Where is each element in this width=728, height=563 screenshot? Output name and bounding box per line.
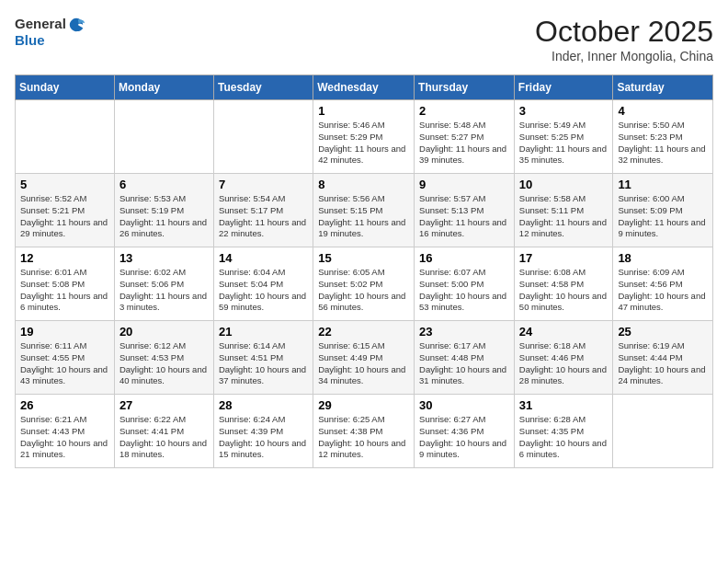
day-info: Sunrise: 6:04 AM Sunset: 5:04 PM Dayligh…	[219, 267, 308, 314]
day-number: 15	[318, 251, 409, 265]
calendar-cell	[613, 395, 713, 468]
day-number: 16	[419, 251, 509, 265]
day-info: Sunrise: 6:17 AM Sunset: 4:48 PM Dayligh…	[419, 340, 509, 387]
day-info: Sunrise: 5:53 AM Sunset: 5:19 PM Dayligh…	[119, 193, 209, 240]
logo: General Blue	[15, 15, 85, 49]
day-info: Sunrise: 6:24 AM Sunset: 4:39 PM Dayligh…	[219, 414, 308, 461]
calendar-table: SundayMondayTuesdayWednesdayThursdayFrid…	[15, 75, 713, 468]
day-number: 2	[419, 104, 509, 118]
day-info: Sunrise: 6:27 AM Sunset: 4:36 PM Dayligh…	[419, 414, 509, 461]
day-number: 8	[318, 178, 409, 191]
calendar-cell: 29Sunrise: 6:25 AM Sunset: 4:38 PM Dayli…	[313, 395, 415, 468]
logo-text: General Blue	[15, 15, 85, 49]
day-number: 18	[618, 251, 708, 265]
day-info: Sunrise: 5:54 AM Sunset: 5:17 PM Dayligh…	[219, 193, 308, 240]
day-info: Sunrise: 6:19 AM Sunset: 4:44 PM Dayligh…	[618, 340, 708, 387]
day-info: Sunrise: 6:05 AM Sunset: 5:02 PM Dayligh…	[318, 267, 409, 314]
day-number: 23	[419, 325, 509, 339]
month-title: October 2025	[535, 15, 713, 49]
weekday-header-friday: Friday	[514, 75, 613, 100]
logo-blue: Blue	[15, 33, 85, 49]
day-info: Sunrise: 6:09 AM Sunset: 4:56 PM Dayligh…	[618, 267, 708, 314]
day-number: 10	[519, 178, 609, 191]
day-number: 27	[119, 398, 209, 412]
day-number: 5	[20, 178, 109, 191]
day-number: 31	[519, 398, 609, 412]
calendar-cell	[16, 100, 115, 174]
week-row-4: 26Sunrise: 6:21 AM Sunset: 4:43 PM Dayli…	[16, 395, 713, 468]
day-number: 14	[219, 251, 308, 265]
calendar-cell: 12Sunrise: 6:01 AM Sunset: 5:08 PM Dayli…	[16, 247, 115, 321]
day-number: 6	[119, 178, 209, 191]
day-info: Sunrise: 6:12 AM Sunset: 4:53 PM Dayligh…	[119, 340, 209, 387]
day-info: Sunrise: 6:21 AM Sunset: 4:43 PM Dayligh…	[20, 414, 109, 461]
calendar-cell: 11Sunrise: 6:00 AM Sunset: 5:09 PM Dayli…	[613, 174, 713, 247]
calendar-cell: 25Sunrise: 6:19 AM Sunset: 4:44 PM Dayli…	[613, 321, 713, 395]
day-info: Sunrise: 5:52 AM Sunset: 5:21 PM Dayligh…	[20, 193, 109, 240]
weekday-header-thursday: Thursday	[415, 75, 515, 100]
day-number: 29	[318, 398, 409, 412]
day-info: Sunrise: 5:48 AM Sunset: 5:27 PM Dayligh…	[419, 120, 509, 167]
week-row-0: 1Sunrise: 5:46 AM Sunset: 5:29 PM Daylig…	[16, 100, 713, 174]
logo-general: General	[15, 17, 66, 32]
day-info: Sunrise: 6:22 AM Sunset: 4:41 PM Dayligh…	[119, 414, 209, 461]
day-number: 30	[419, 398, 509, 412]
weekday-header-tuesday: Tuesday	[213, 75, 313, 100]
day-number: 7	[219, 178, 308, 191]
day-number: 28	[219, 398, 308, 412]
day-info: Sunrise: 6:18 AM Sunset: 4:46 PM Dayligh…	[519, 340, 609, 387]
logo-bird-icon	[68, 17, 85, 33]
calendar-cell: 13Sunrise: 6:02 AM Sunset: 5:06 PM Dayli…	[114, 247, 213, 321]
calendar-cell: 26Sunrise: 6:21 AM Sunset: 4:43 PM Dayli…	[16, 395, 115, 468]
weekday-header-monday: Monday	[114, 75, 213, 100]
calendar-cell: 16Sunrise: 6:07 AM Sunset: 5:00 PM Dayli…	[415, 247, 515, 321]
calendar-cell: 23Sunrise: 6:17 AM Sunset: 4:48 PM Dayli…	[415, 321, 515, 395]
calendar-cell: 1Sunrise: 5:46 AM Sunset: 5:29 PM Daylig…	[313, 100, 415, 174]
day-number: 21	[219, 325, 308, 339]
calendar-cell: 22Sunrise: 6:15 AM Sunset: 4:49 PM Dayli…	[313, 321, 415, 395]
page-header: General Blue October 2025 Inder, Inner M…	[15, 15, 713, 63]
day-number: 1	[318, 104, 409, 118]
calendar-cell	[213, 100, 313, 174]
calendar-cell: 31Sunrise: 6:28 AM Sunset: 4:35 PM Dayli…	[514, 395, 613, 468]
calendar-cell: 24Sunrise: 6:18 AM Sunset: 4:46 PM Dayli…	[514, 321, 613, 395]
day-info: Sunrise: 6:01 AM Sunset: 5:08 PM Dayligh…	[20, 267, 109, 314]
calendar-cell: 6Sunrise: 5:53 AM Sunset: 5:19 PM Daylig…	[114, 174, 213, 247]
weekday-header-wednesday: Wednesday	[313, 75, 415, 100]
calendar-cell: 15Sunrise: 6:05 AM Sunset: 5:02 PM Dayli…	[313, 247, 415, 321]
calendar-cell: 5Sunrise: 5:52 AM Sunset: 5:21 PM Daylig…	[16, 174, 115, 247]
calendar-cell: 30Sunrise: 6:27 AM Sunset: 4:36 PM Dayli…	[415, 395, 515, 468]
day-info: Sunrise: 5:58 AM Sunset: 5:11 PM Dayligh…	[519, 193, 609, 240]
calendar-cell: 17Sunrise: 6:08 AM Sunset: 4:58 PM Dayli…	[514, 247, 613, 321]
day-number: 20	[119, 325, 209, 339]
day-number: 13	[119, 251, 209, 265]
weekday-header-row: SundayMondayTuesdayWednesdayThursdayFrid…	[16, 75, 713, 100]
weekday-header-sunday: Sunday	[16, 75, 115, 100]
calendar-cell: 2Sunrise: 5:48 AM Sunset: 5:27 PM Daylig…	[415, 100, 515, 174]
title-block: October 2025 Inder, Inner Mongolia, Chin…	[535, 15, 713, 63]
calendar-cell: 28Sunrise: 6:24 AM Sunset: 4:39 PM Dayli…	[213, 395, 313, 468]
day-info: Sunrise: 6:11 AM Sunset: 4:55 PM Dayligh…	[20, 340, 109, 387]
day-info: Sunrise: 6:02 AM Sunset: 5:06 PM Dayligh…	[119, 267, 209, 314]
day-info: Sunrise: 6:00 AM Sunset: 5:09 PM Dayligh…	[618, 193, 708, 240]
calendar-cell: 20Sunrise: 6:12 AM Sunset: 4:53 PM Dayli…	[114, 321, 213, 395]
calendar-cell: 9Sunrise: 5:57 AM Sunset: 5:13 PM Daylig…	[415, 174, 515, 247]
day-info: Sunrise: 5:49 AM Sunset: 5:25 PM Dayligh…	[519, 120, 609, 167]
weekday-header-saturday: Saturday	[613, 75, 713, 100]
day-info: Sunrise: 6:14 AM Sunset: 4:51 PM Dayligh…	[219, 340, 308, 387]
day-number: 26	[20, 398, 109, 412]
calendar-cell: 4Sunrise: 5:50 AM Sunset: 5:23 PM Daylig…	[613, 100, 713, 174]
day-number: 9	[419, 178, 509, 191]
calendar-cell: 10Sunrise: 5:58 AM Sunset: 5:11 PM Dayli…	[514, 174, 613, 247]
week-row-2: 12Sunrise: 6:01 AM Sunset: 5:08 PM Dayli…	[16, 247, 713, 321]
location: Inder, Inner Mongolia, China	[535, 49, 713, 63]
week-row-1: 5Sunrise: 5:52 AM Sunset: 5:21 PM Daylig…	[16, 174, 713, 247]
day-info: Sunrise: 5:57 AM Sunset: 5:13 PM Dayligh…	[419, 193, 509, 240]
day-info: Sunrise: 6:08 AM Sunset: 4:58 PM Dayligh…	[519, 267, 609, 314]
calendar-cell: 7Sunrise: 5:54 AM Sunset: 5:17 PM Daylig…	[213, 174, 313, 247]
day-number: 22	[318, 325, 409, 339]
calendar-cell: 18Sunrise: 6:09 AM Sunset: 4:56 PM Dayli…	[613, 247, 713, 321]
calendar-cell: 21Sunrise: 6:14 AM Sunset: 4:51 PM Dayli…	[213, 321, 313, 395]
day-info: Sunrise: 6:28 AM Sunset: 4:35 PM Dayligh…	[519, 414, 609, 461]
day-info: Sunrise: 5:46 AM Sunset: 5:29 PM Dayligh…	[318, 120, 409, 167]
